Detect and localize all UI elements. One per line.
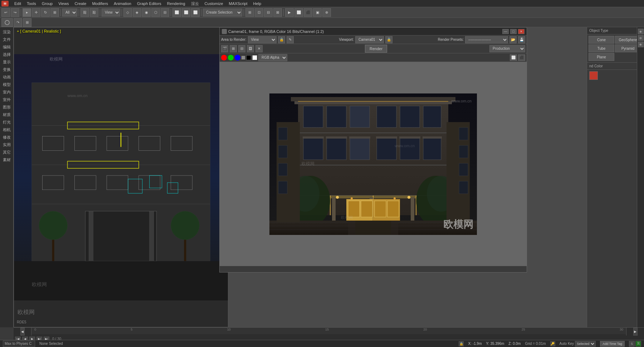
toolbar-btn-obj4[interactable]: ⬡ [151, 8, 160, 17]
toolbar-btn-snap4[interactable]: ⊠ [273, 8, 282, 17]
selection-filter-dropdown[interactable]: All [62, 9, 77, 16]
toolbar-btn-undo[interactable]: ↩ [1, 8, 10, 17]
area-edit-btn[interactable]: ✎ [287, 36, 294, 43]
far-right-btn-1[interactable]: ⊕ [638, 29, 644, 34]
channel-select-dropdown[interactable]: RGB Alpha [258, 54, 287, 61]
toolbar-btn-obj1[interactable]: ◇ [123, 8, 132, 17]
status-icon-2[interactable]: 英 [635, 341, 641, 347]
sidebar-item-other[interactable]: 其它 [0, 149, 13, 156]
menu-rendering[interactable]: Rendering [164, 0, 188, 7]
menu-edit[interactable]: Edit [11, 0, 24, 7]
status-icon-1[interactable]: S [629, 341, 635, 347]
menu-cloud[interactable]: 渲云 [188, 0, 202, 7]
sidebar-item-modify[interactable]: 修改 [0, 134, 13, 141]
color-swatch[interactable] [589, 71, 598, 80]
toolbar-btn-snap2[interactable]: ⊡ [255, 8, 263, 17]
sidebar-item-exterior[interactable]: 室外 [0, 96, 13, 103]
channel-white[interactable] [252, 55, 257, 60]
toolbar-btn-render3[interactable]: ⬛ [304, 8, 312, 17]
toolbar-btn-render2[interactable]: ⬜ [294, 8, 303, 17]
sidebar-item-camera[interactable]: 相机 [0, 126, 13, 133]
render-window[interactable]: Camera01, frame 0, RGBA Color 16 Bits/Ch… [219, 27, 527, 273]
channel-red[interactable] [221, 55, 227, 61]
toolbar2-btn-3[interactable]: ⊞ [23, 18, 31, 27]
create-selection-dropdown[interactable]: Create Selection [203, 9, 242, 16]
sidebar-item-file[interactable]: 文件 [0, 36, 13, 43]
far-right-btn-2[interactable]: ⊖ [638, 35, 644, 41]
toolbar-btn-obj5[interactable]: ⊟ [161, 8, 169, 17]
sidebar-item-transform[interactable]: 变换 [0, 66, 13, 73]
channel-green[interactable] [228, 55, 234, 61]
toolbar-btn-r1[interactable]: ⬜ [172, 8, 181, 17]
menu-tools[interactable]: Tools [24, 0, 39, 7]
timeline-ruler[interactable]: 0 5 10 15 20 25 30 [31, 328, 626, 334]
render-close-btn[interactable]: ✕ [518, 29, 525, 34]
toolbar-btn-snap[interactable]: ⊞ [245, 8, 254, 17]
menu-customize[interactable]: Customize [202, 0, 226, 7]
menu-maxscript[interactable]: MAXScript [226, 0, 250, 7]
sidebar-item-shape[interactable]: 图形 [0, 104, 13, 111]
toolbar-btn-render5[interactable]: ⊕ [322, 8, 331, 17]
toolbar-btn-snap3[interactable]: ⊟ [264, 8, 273, 17]
object-type-tube[interactable]: Tube [589, 44, 614, 52]
toolbar-btn-r2[interactable]: ⬜ [182, 8, 190, 17]
sidebar-item-animation[interactable]: 动画 [0, 74, 13, 81]
menu-group[interactable]: Group [39, 0, 56, 7]
toolbar-btn-obj3[interactable]: ◉ [142, 8, 151, 17]
menu-create[interactable]: Create [72, 0, 89, 7]
sidebar-item-asset[interactable]: 素材 [0, 156, 13, 163]
render-now-btn[interactable]: Render [365, 45, 387, 53]
sidebar-item-select[interactable]: 选择 [0, 51, 13, 58]
toolbar-btn-move[interactable]: ✛ [32, 8, 40, 17]
timeline-scroll-right[interactable]: ▶ [633, 328, 638, 336]
area-lock-btn[interactable]: 🔒 [278, 36, 285, 43]
render-icon-btn-4[interactable]: 🖼 [247, 45, 254, 52]
preset-load-btn[interactable]: 📂 [509, 36, 517, 43]
production-quality-dropdown[interactable]: Production [489, 45, 525, 52]
menu-graph-editors[interactable]: Graph Editors [134, 0, 164, 7]
menu-modifiers[interactable]: Modifiers [89, 0, 111, 7]
far-right-btn-3[interactable]: ⊗ [638, 42, 644, 47]
preset-save-btn[interactable]: 💾 [518, 36, 525, 43]
viewport-3d[interactable]: + [ Camera01 | Realistic ] [14, 27, 228, 327]
menu-help[interactable]: Help [250, 0, 264, 7]
presets-dropdown[interactable]: ------------------- [465, 36, 508, 43]
toolbar-btn-render1[interactable]: ▶ [285, 8, 294, 17]
toolbar-btn-redo[interactable]: ↪ [11, 8, 19, 17]
sidebar-item-edit[interactable]: 编辑 [0, 44, 13, 50]
render-icon-btn-3[interactable]: ⊟ [238, 45, 245, 52]
sidebar-item-model[interactable]: 模型 [0, 81, 13, 88]
sidebar-item-display[interactable]: 显示 [0, 59, 13, 66]
toolbar-btn-link[interactable]: ⛓ [80, 8, 89, 17]
toolbar-btn-select[interactable]: ▸ [23, 8, 31, 17]
timeline-scroll-left[interactable]: ◀ [20, 328, 25, 336]
object-type-cone[interactable]: Cone [589, 36, 614, 44]
display-mode-btn-1[interactable]: ⬜ [510, 54, 517, 61]
sidebar-item-render[interactable]: 渲染 [0, 29, 13, 35]
sidebar-item-material[interactable]: 材质 [0, 111, 13, 118]
toolbar2-btn-2[interactable]: ↷ [14, 18, 22, 27]
sidebar-item-utility[interactable]: 实用 [0, 141, 13, 148]
toolbar-btn-render4[interactable]: ▣ [313, 8, 322, 17]
area-to-render-dropdown[interactable]: View [248, 36, 277, 43]
add-time-tag-btn[interactable]: Add Time Tag [600, 341, 625, 347]
render-icon-btn-1[interactable]: 🎬 [221, 45, 228, 52]
menu-views[interactable]: Views [55, 0, 72, 7]
toolbar-btn-rotate[interactable]: ↻ [41, 8, 50, 17]
channel-blue[interactable] [235, 55, 240, 61]
toolbar-btn-obj2[interactable]: ◈ [133, 8, 141, 17]
toolbar-btn-scale[interactable]: ⊞ [50, 8, 59, 17]
viewport-lock-btn[interactable]: 🔒 [385, 36, 392, 43]
render-icon-btn-2[interactable]: ⊞ [230, 45, 237, 52]
display-mode-btn-2[interactable]: ⬛ [518, 54, 525, 61]
toolbar2-btn-1[interactable] [1, 18, 13, 27]
autokey-dropdown[interactable]: Selected [575, 341, 596, 347]
sidebar-item-interior[interactable]: 室内 [0, 89, 13, 96]
sidebar-item-light[interactable]: 灯光 [0, 119, 13, 126]
toolbar-btn-unlink[interactable]: ⛓ [90, 8, 98, 17]
channel-black[interactable] [246, 55, 251, 60]
render-maximize-btn[interactable]: □ [510, 29, 517, 34]
render-close-frame-btn[interactable]: ✕ [255, 45, 263, 52]
viewport-dropdown[interactable]: Camera01 [355, 36, 384, 43]
render-minimize-btn[interactable]: — [502, 29, 509, 34]
